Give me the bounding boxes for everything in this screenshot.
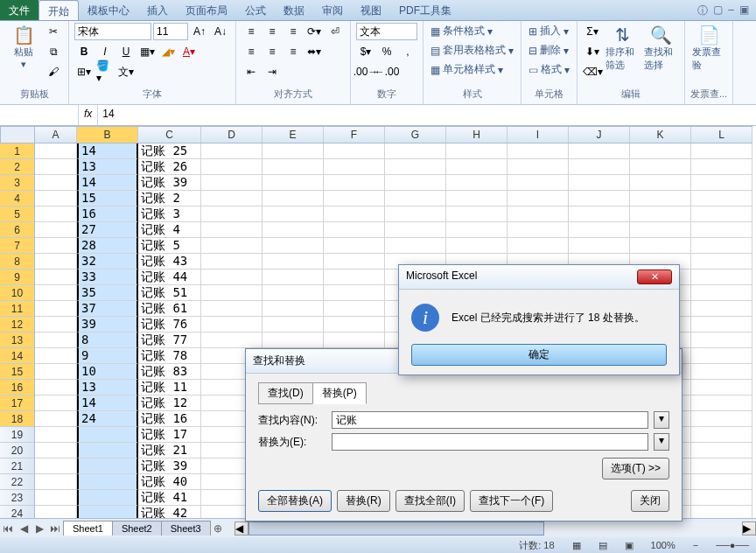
sheet-nav-next[interactable]: ▶ [32, 522, 47, 535]
select-all-corner[interactable] [0, 126, 35, 144]
col-header-G[interactable]: G [385, 127, 446, 143]
view-normal-icon[interactable]: ▦ [572, 540, 581, 551]
formula-input[interactable]: 14 [98, 105, 756, 125]
col-header-J[interactable]: J [569, 127, 630, 143]
replace-tab[interactable]: 替换(P) [312, 382, 367, 404]
col-header-F[interactable]: F [324, 127, 385, 143]
tab-data[interactable]: 数据 [275, 0, 313, 20]
zoom-level[interactable]: 100% [651, 540, 676, 550]
align-top-button[interactable]: ≡ [242, 23, 261, 40]
tab-pdf[interactable]: PDF工具集 [390, 0, 460, 20]
table-format-button[interactable]: ▤套用表格格式▾ [429, 42, 515, 59]
comma-button[interactable]: , [398, 43, 417, 60]
row-header[interactable]: 24 [0, 506, 34, 518]
row-header[interactable]: 18 [0, 411, 34, 427]
row-header[interactable]: 14 [0, 348, 34, 364]
fill-down-button[interactable]: ⬇▾ [583, 43, 602, 60]
find-all-button[interactable]: 查找全部(I) [396, 490, 465, 512]
message-close-button[interactable]: ✕ [637, 270, 672, 284]
font-color-button[interactable]: A▾ [179, 43, 199, 60]
find-next-button[interactable]: 查找下一个(F) [470, 490, 553, 512]
number-format-combo[interactable] [356, 23, 417, 40]
autosum-button[interactable]: Σ▾ [583, 23, 602, 40]
row-header[interactable]: 19 [0, 427, 34, 443]
sheet-nav-last[interactable]: ⏭ [47, 522, 63, 535]
copy-button[interactable]: ⧉ [44, 43, 63, 60]
sort-filter-button[interactable]: ⇅排序和筛选 [604, 23, 640, 74]
conditional-format-button[interactable]: ▦条件格式▾ [429, 23, 494, 39]
replace-dropdown[interactable]: ▾ [654, 433, 669, 451]
cut-button[interactable]: ✂ [44, 23, 63, 40]
zoom-out-button[interactable]: − [693, 540, 698, 550]
minimize-icon[interactable]: – [728, 4, 734, 17]
row-header[interactable]: 22 [0, 474, 34, 490]
row-header[interactable]: 1 [0, 144, 34, 159]
row-header[interactable]: 15 [0, 364, 34, 380]
fx-button[interactable]: fx [79, 105, 98, 125]
col-header-D[interactable]: D [201, 127, 262, 143]
invoice-button[interactable]: 📄发票查验 [690, 23, 727, 74]
horizontal-scrollbar[interactable]: ◀ ▶ [234, 522, 756, 536]
grow-font-button[interactable]: A↑ [190, 23, 209, 40]
tab-formulas[interactable]: 公式 [236, 0, 275, 20]
align-center-button[interactable]: ≡ [262, 43, 282, 60]
borders-button[interactable]: ⊞▾ [74, 63, 94, 80]
fill-button[interactable]: 🪣▾ [95, 63, 115, 80]
row-header[interactable]: 10 [0, 285, 34, 301]
italic-button[interactable]: I [95, 43, 115, 60]
underline-button[interactable]: U [116, 43, 136, 60]
col-header-I[interactable]: I [508, 127, 569, 143]
currency-button[interactable]: $▾ [356, 43, 375, 60]
cell-style-button[interactable]: ▦单元格样式▾ [429, 61, 505, 78]
border-button[interactable]: ▦▾ [137, 43, 157, 60]
row-header[interactable]: 8 [0, 254, 34, 270]
zoom-slider[interactable]: ──●── [716, 540, 749, 550]
maximize-icon[interactable]: ▣ [739, 4, 749, 17]
row-header[interactable]: 9 [0, 270, 34, 285]
options-button[interactable]: 选项(T) >> [602, 458, 669, 480]
phonetic-button[interactable]: 文▾ [116, 63, 136, 80]
name-box[interactable] [0, 105, 79, 125]
find-tab[interactable]: 查找(D) [258, 382, 313, 404]
view-pagebreak-icon[interactable]: ▣ [625, 540, 634, 551]
sheet-tab-1[interactable]: Sheet1 [63, 521, 113, 536]
replace-input[interactable] [332, 433, 648, 451]
col-header-H[interactable]: H [446, 127, 508, 143]
sheet-tab-2[interactable]: Sheet2 [112, 521, 162, 536]
align-middle-button[interactable]: ≡ [262, 23, 282, 40]
sheet-nav-prev[interactable]: ◀ [16, 522, 32, 535]
find-select-button[interactable]: 🔍查找和选择 [642, 23, 679, 74]
row-header[interactable]: 23 [0, 490, 34, 506]
tab-insert[interactable]: 插入 [138, 0, 177, 20]
row-header[interactable]: 2 [0, 159, 34, 175]
close-button[interactable]: 关闭 [631, 490, 669, 512]
row-header[interactable]: 16 [0, 380, 34, 396]
format-cells-button[interactable]: ▭格式▾ [527, 61, 571, 78]
row-header[interactable]: 5 [0, 206, 34, 222]
delete-cells-button[interactable]: ⊟删除▾ [527, 42, 570, 59]
tab-review[interactable]: 审阅 [313, 0, 352, 20]
row-header[interactable]: 13 [0, 332, 34, 348]
find-dropdown[interactable]: ▾ [654, 411, 669, 429]
shrink-font-button[interactable]: A↓ [211, 23, 230, 40]
col-header-B[interactable]: B [77, 127, 138, 143]
help-icon[interactable]: ⓘ [697, 4, 708, 17]
col-header-A[interactable]: A [35, 127, 77, 143]
format-painter-button[interactable]: 🖌 [44, 63, 63, 80]
new-sheet-button[interactable]: ⊕ [210, 522, 226, 535]
indent-right-button[interactable]: ⇥ [262, 63, 282, 80]
align-bottom-button[interactable]: ≡ [284, 23, 303, 40]
find-input[interactable] [332, 411, 648, 429]
percent-button[interactable]: % [377, 43, 396, 60]
row-header[interactable]: 12 [0, 317, 34, 332]
insert-cells-button[interactable]: ⊞插入▾ [527, 23, 570, 39]
align-right-button[interactable]: ≡ [284, 43, 303, 60]
wrap-text-button[interactable]: ⏎ [326, 23, 345, 40]
col-header-K[interactable]: K [630, 127, 691, 143]
col-header-E[interactable]: E [262, 127, 324, 143]
tab-templates[interactable]: 模板中心 [79, 0, 138, 20]
fill-color-button[interactable]: ◢▾ [158, 43, 178, 60]
indent-left-button[interactable]: ⇤ [242, 63, 261, 80]
sheet-nav-first[interactable]: ⏮ [0, 522, 16, 535]
tab-start[interactable]: 开始 [38, 0, 79, 20]
